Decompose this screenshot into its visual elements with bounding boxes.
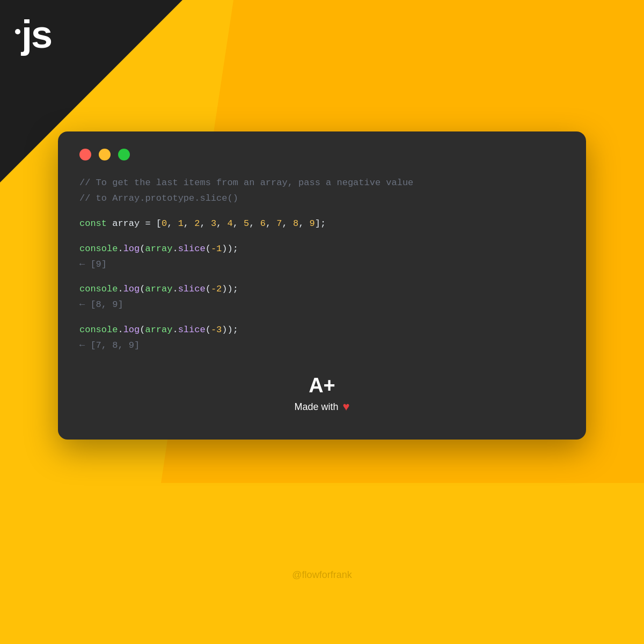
code-line-slice1: console.log(array.slice(-1)); [79, 241, 565, 257]
card-branding: A+ Made with ♥ [79, 375, 565, 414]
made-with: Made with ♥ [294, 400, 349, 414]
code-line-array: const array = [0, 1, 2, 3, 4, 5, 6, 7, 8… [79, 216, 565, 232]
made-with-text: Made with [294, 401, 338, 413]
js-logo: js [15, 15, 52, 54]
attribution: @flowforfrank [0, 569, 644, 581]
attribution-handle: @flowforfrank [292, 569, 352, 580]
traffic-light-orange [99, 149, 111, 160]
code-comment-2: // to Array.prototype.slice() [79, 191, 565, 207]
code-line-slice3: console.log(array.slice(-3)); [79, 323, 565, 338]
logo-dot [15, 29, 20, 34]
code-output-1: ← [9] [79, 257, 565, 273]
code-block: // To get the last items from an array, … [79, 175, 565, 354]
code-line-slice2: console.log(array.slice(-2)); [79, 282, 565, 297]
traffic-light-red [79, 149, 91, 160]
traffic-light-green [118, 149, 130, 160]
logo-text: js [21, 13, 52, 56]
aplus-logo: A+ [309, 375, 335, 396]
code-output-3: ← [7, 8, 9] [79, 338, 565, 354]
code-card: // To get the last items from an array, … [58, 131, 586, 440]
code-comment-1: // To get the last items from an array, … [79, 175, 565, 191]
code-output-2: ← [8, 9] [79, 297, 565, 313]
traffic-lights [79, 149, 565, 160]
heart-icon: ♥ [342, 400, 349, 414]
